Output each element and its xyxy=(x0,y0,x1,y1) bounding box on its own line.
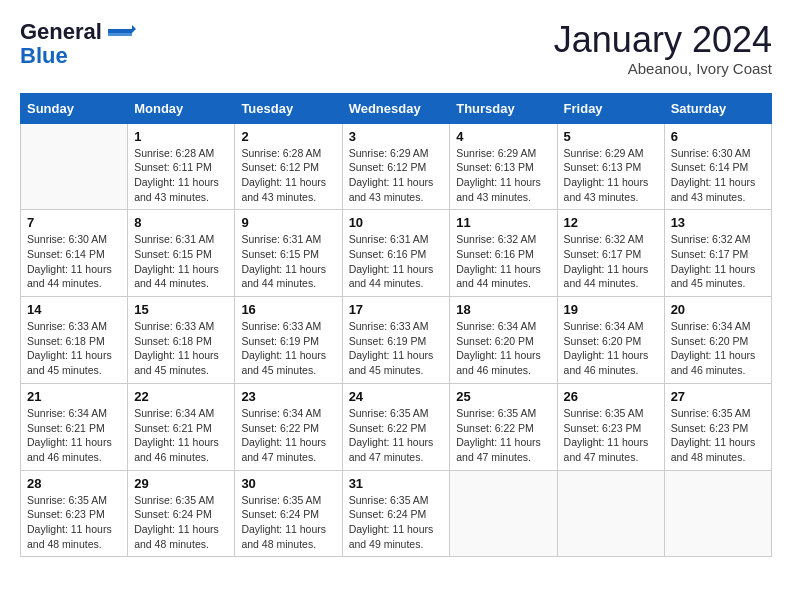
day-info: Sunrise: 6:31 AMSunset: 6:15 PMDaylight:… xyxy=(241,232,335,291)
day-number: 10 xyxy=(349,215,444,230)
table-row: 26Sunrise: 6:35 AMSunset: 6:23 PMDayligh… xyxy=(557,383,664,470)
day-number: 31 xyxy=(349,476,444,491)
day-number: 5 xyxy=(564,129,658,144)
day-number: 29 xyxy=(134,476,228,491)
day-info: Sunrise: 6:32 AMSunset: 6:17 PMDaylight:… xyxy=(671,232,765,291)
day-info: Sunrise: 6:35 AMSunset: 6:24 PMDaylight:… xyxy=(349,493,444,552)
day-info: Sunrise: 6:35 AMSunset: 6:23 PMDaylight:… xyxy=(27,493,121,552)
day-info: Sunrise: 6:30 AMSunset: 6:14 PMDaylight:… xyxy=(671,146,765,205)
table-row: 24Sunrise: 6:35 AMSunset: 6:22 PMDayligh… xyxy=(342,383,450,470)
day-info: Sunrise: 6:35 AMSunset: 6:24 PMDaylight:… xyxy=(134,493,228,552)
day-number: 2 xyxy=(241,129,335,144)
table-row: 9Sunrise: 6:31 AMSunset: 6:15 PMDaylight… xyxy=(235,210,342,297)
day-info: Sunrise: 6:35 AMSunset: 6:23 PMDaylight:… xyxy=(671,406,765,465)
col-thursday: Thursday xyxy=(450,93,557,123)
logo-text: General xyxy=(20,20,102,44)
table-row: 31Sunrise: 6:35 AMSunset: 6:24 PMDayligh… xyxy=(342,470,450,557)
col-tuesday: Tuesday xyxy=(235,93,342,123)
month-year-title: January 2024 xyxy=(554,20,772,60)
day-number: 25 xyxy=(456,389,550,404)
calendar-week-row: 1Sunrise: 6:28 AMSunset: 6:11 PMDaylight… xyxy=(21,123,772,210)
calendar-week-row: 14Sunrise: 6:33 AMSunset: 6:18 PMDayligh… xyxy=(21,297,772,384)
day-number: 9 xyxy=(241,215,335,230)
col-wednesday: Wednesday xyxy=(342,93,450,123)
svg-rect-2 xyxy=(108,33,132,36)
day-number: 14 xyxy=(27,302,121,317)
day-info: Sunrise: 6:34 AMSunset: 6:21 PMDaylight:… xyxy=(134,406,228,465)
table-row: 10Sunrise: 6:31 AMSunset: 6:16 PMDayligh… xyxy=(342,210,450,297)
table-row: 5Sunrise: 6:29 AMSunset: 6:13 PMDaylight… xyxy=(557,123,664,210)
day-number: 8 xyxy=(134,215,228,230)
day-number: 15 xyxy=(134,302,228,317)
day-info: Sunrise: 6:29 AMSunset: 6:13 PMDaylight:… xyxy=(456,146,550,205)
day-number: 3 xyxy=(349,129,444,144)
day-info: Sunrise: 6:33 AMSunset: 6:18 PMDaylight:… xyxy=(134,319,228,378)
day-info: Sunrise: 6:30 AMSunset: 6:14 PMDaylight:… xyxy=(27,232,121,291)
day-number: 7 xyxy=(27,215,121,230)
logo: General Blue xyxy=(20,20,136,68)
table-row: 30Sunrise: 6:35 AMSunset: 6:24 PMDayligh… xyxy=(235,470,342,557)
day-info: Sunrise: 6:32 AMSunset: 6:17 PMDaylight:… xyxy=(564,232,658,291)
day-info: Sunrise: 6:32 AMSunset: 6:16 PMDaylight:… xyxy=(456,232,550,291)
table-row: 1Sunrise: 6:28 AMSunset: 6:11 PMDaylight… xyxy=(128,123,235,210)
col-saturday: Saturday xyxy=(664,93,771,123)
day-info: Sunrise: 6:35 AMSunset: 6:22 PMDaylight:… xyxy=(456,406,550,465)
day-number: 19 xyxy=(564,302,658,317)
day-number: 4 xyxy=(456,129,550,144)
day-info: Sunrise: 6:34 AMSunset: 6:20 PMDaylight:… xyxy=(671,319,765,378)
day-info: Sunrise: 6:34 AMSunset: 6:20 PMDaylight:… xyxy=(456,319,550,378)
day-info: Sunrise: 6:29 AMSunset: 6:13 PMDaylight:… xyxy=(564,146,658,205)
day-info: Sunrise: 6:28 AMSunset: 6:12 PMDaylight:… xyxy=(241,146,335,205)
table-row: 27Sunrise: 6:35 AMSunset: 6:23 PMDayligh… xyxy=(664,383,771,470)
calendar-week-row: 28Sunrise: 6:35 AMSunset: 6:23 PMDayligh… xyxy=(21,470,772,557)
day-info: Sunrise: 6:34 AMSunset: 6:21 PMDaylight:… xyxy=(27,406,121,465)
table-row: 7Sunrise: 6:30 AMSunset: 6:14 PMDaylight… xyxy=(21,210,128,297)
table-row: 6Sunrise: 6:30 AMSunset: 6:14 PMDaylight… xyxy=(664,123,771,210)
calendar-week-row: 21Sunrise: 6:34 AMSunset: 6:21 PMDayligh… xyxy=(21,383,772,470)
table-row: 4Sunrise: 6:29 AMSunset: 6:13 PMDaylight… xyxy=(450,123,557,210)
table-row: 8Sunrise: 6:31 AMSunset: 6:15 PMDaylight… xyxy=(128,210,235,297)
day-number: 27 xyxy=(671,389,765,404)
table-row: 20Sunrise: 6:34 AMSunset: 6:20 PMDayligh… xyxy=(664,297,771,384)
day-number: 1 xyxy=(134,129,228,144)
table-row: 28Sunrise: 6:35 AMSunset: 6:23 PMDayligh… xyxy=(21,470,128,557)
table-row: 21Sunrise: 6:34 AMSunset: 6:21 PMDayligh… xyxy=(21,383,128,470)
day-number: 30 xyxy=(241,476,335,491)
location-subtitle: Abeanou, Ivory Coast xyxy=(554,60,772,77)
day-number: 13 xyxy=(671,215,765,230)
table-row: 22Sunrise: 6:34 AMSunset: 6:21 PMDayligh… xyxy=(128,383,235,470)
day-info: Sunrise: 6:31 AMSunset: 6:15 PMDaylight:… xyxy=(134,232,228,291)
day-info: Sunrise: 6:33 AMSunset: 6:19 PMDaylight:… xyxy=(349,319,444,378)
table-row: 18Sunrise: 6:34 AMSunset: 6:20 PMDayligh… xyxy=(450,297,557,384)
day-number: 26 xyxy=(564,389,658,404)
day-info: Sunrise: 6:31 AMSunset: 6:16 PMDaylight:… xyxy=(349,232,444,291)
day-info: Sunrise: 6:33 AMSunset: 6:18 PMDaylight:… xyxy=(27,319,121,378)
table-row: 19Sunrise: 6:34 AMSunset: 6:20 PMDayligh… xyxy=(557,297,664,384)
day-number: 28 xyxy=(27,476,121,491)
day-number: 21 xyxy=(27,389,121,404)
svg-rect-1 xyxy=(108,29,132,33)
calendar-header-row: Sunday Monday Tuesday Wednesday Thursday… xyxy=(21,93,772,123)
calendar-week-row: 7Sunrise: 6:30 AMSunset: 6:14 PMDaylight… xyxy=(21,210,772,297)
day-info: Sunrise: 6:33 AMSunset: 6:19 PMDaylight:… xyxy=(241,319,335,378)
table-row: 11Sunrise: 6:32 AMSunset: 6:16 PMDayligh… xyxy=(450,210,557,297)
table-row: 29Sunrise: 6:35 AMSunset: 6:24 PMDayligh… xyxy=(128,470,235,557)
day-info: Sunrise: 6:29 AMSunset: 6:12 PMDaylight:… xyxy=(349,146,444,205)
table-row: 13Sunrise: 6:32 AMSunset: 6:17 PMDayligh… xyxy=(664,210,771,297)
day-number: 24 xyxy=(349,389,444,404)
day-number: 22 xyxy=(134,389,228,404)
table-row xyxy=(450,470,557,557)
title-section: January 2024 Abeanou, Ivory Coast xyxy=(554,20,772,77)
day-info: Sunrise: 6:28 AMSunset: 6:11 PMDaylight:… xyxy=(134,146,228,205)
day-number: 23 xyxy=(241,389,335,404)
day-number: 6 xyxy=(671,129,765,144)
col-sunday: Sunday xyxy=(21,93,128,123)
table-row: 16Sunrise: 6:33 AMSunset: 6:19 PMDayligh… xyxy=(235,297,342,384)
day-number: 12 xyxy=(564,215,658,230)
page-header: General Blue January 2024 Abeanou, Ivory… xyxy=(20,20,772,77)
table-row: 17Sunrise: 6:33 AMSunset: 6:19 PMDayligh… xyxy=(342,297,450,384)
day-info: Sunrise: 6:35 AMSunset: 6:22 PMDaylight:… xyxy=(349,406,444,465)
table-row: 3Sunrise: 6:29 AMSunset: 6:12 PMDaylight… xyxy=(342,123,450,210)
table-row: 25Sunrise: 6:35 AMSunset: 6:22 PMDayligh… xyxy=(450,383,557,470)
logo-blue-text: Blue xyxy=(20,44,68,68)
